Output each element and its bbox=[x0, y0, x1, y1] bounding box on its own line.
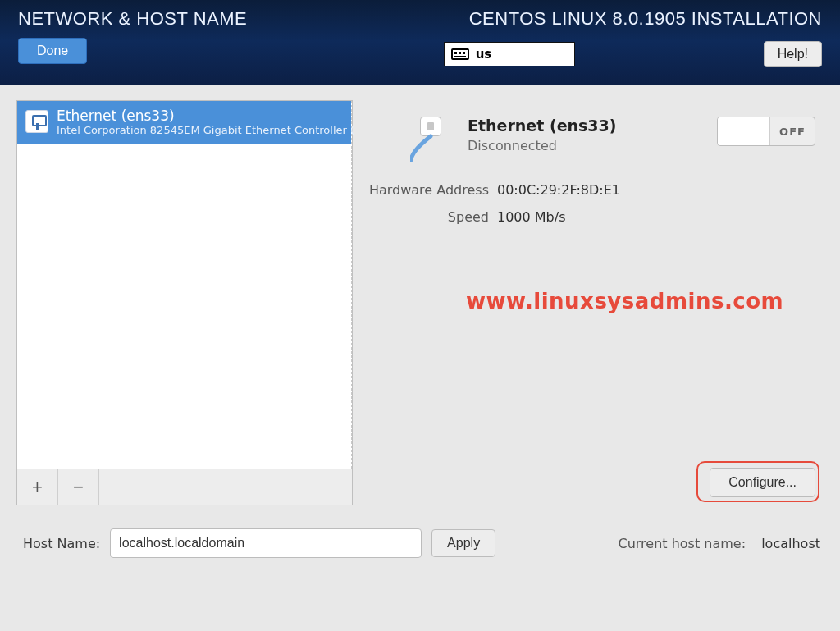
header-bar: NETWORK & HOST NAME Done CENTOS LINUX 8.… bbox=[0, 0, 840, 85]
nic-item-vendor: Intel Corporation 82545EM Gigabit Ethern… bbox=[57, 124, 354, 136]
done-button[interactable]: Done bbox=[18, 38, 87, 64]
current-hostname-label-text: Current host name: bbox=[619, 536, 746, 551]
hostname-row: Host Name: Apply Current host name: loca… bbox=[0, 505, 840, 558]
nic-list-item[interactable]: Ethernet (ens33) Intel Corporation 82545… bbox=[17, 101, 351, 144]
keyboard-layout-indicator[interactable]: us bbox=[444, 42, 575, 66]
current-hostname-label: Current host name: localhost bbox=[619, 536, 821, 551]
toggle-knob bbox=[718, 117, 770, 145]
property-key: Speed bbox=[359, 209, 489, 225]
property-row: Hardware Address 00:0C:29:2F:8D:E1 bbox=[359, 182, 824, 198]
nic-list[interactable]: Ethernet (ens33) Intel Corporation 82545… bbox=[17, 101, 352, 469]
ethernet-port-icon bbox=[25, 110, 48, 133]
installer-title: CENTOS LINUX 8.0.1905 INSTALLATION bbox=[444, 8, 822, 30]
ethernet-cable-icon bbox=[410, 117, 456, 162]
keyboard-layout-value: us bbox=[476, 47, 492, 62]
keyboard-icon bbox=[451, 48, 469, 60]
header-right: CENTOS LINUX 8.0.1905 INSTALLATION us He… bbox=[444, 8, 822, 67]
nic-item-name: Ethernet (ens33) bbox=[57, 107, 354, 124]
remove-nic-button[interactable]: − bbox=[58, 469, 99, 505]
nic-panel: Ethernet (ens33) Intel Corporation 82545… bbox=[16, 100, 353, 505]
configure-button[interactable]: Configure... bbox=[710, 468, 815, 497]
nic-toolbar: + − bbox=[17, 469, 352, 505]
nic-properties: Hardware Address 00:0C:29:2F:8D:E1 Speed… bbox=[359, 182, 824, 225]
property-value: 1000 Mb/s bbox=[497, 209, 566, 225]
hostname-input[interactable] bbox=[110, 528, 422, 558]
current-hostname-value: localhost bbox=[761, 536, 820, 551]
property-key: Hardware Address bbox=[359, 182, 489, 198]
watermark-text: www.linuxsysadmins.com bbox=[466, 289, 783, 313]
nic-detail-status: Disconnected bbox=[468, 138, 616, 153]
apply-hostname-button[interactable]: Apply bbox=[431, 529, 495, 557]
nic-detail-name: Ethernet (ens33) bbox=[468, 117, 616, 135]
property-value: 00:0C:29:2F:8D:E1 bbox=[497, 182, 620, 198]
nic-enable-toggle[interactable]: OFF bbox=[717, 117, 815, 146]
toggle-state-label: OFF bbox=[770, 126, 815, 138]
nic-detail-panel: Ethernet (ens33) Disconnected OFF Hardwa… bbox=[359, 100, 824, 505]
hostname-label: Host Name: bbox=[23, 536, 100, 551]
property-row: Speed 1000 Mb/s bbox=[359, 209, 824, 225]
help-button[interactable]: Help! bbox=[764, 41, 822, 67]
add-nic-button[interactable]: + bbox=[17, 469, 58, 505]
content-area: Ethernet (ens33) Intel Corporation 82545… bbox=[0, 85, 840, 505]
